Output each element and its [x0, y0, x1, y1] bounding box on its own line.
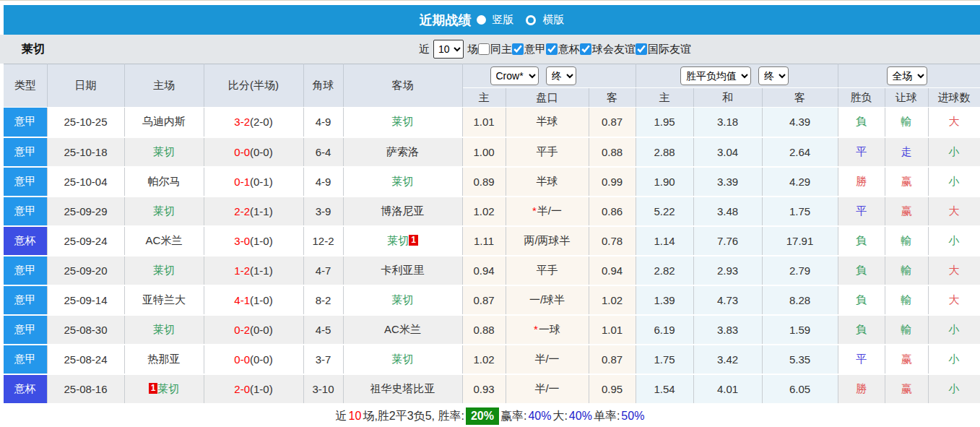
asian-handicap-line: *一球	[506, 315, 589, 345]
asian-home-odds: 0.88	[462, 315, 506, 345]
euro-home-odds: 2.82	[636, 256, 693, 285]
away-team-name: 卡利亚里	[381, 264, 425, 276]
full-time-score: 1-2	[234, 264, 250, 277]
result-scope-group-header: 全场	[838, 64, 980, 88]
away-team-cell[interactable]: 卡利亚里	[343, 256, 462, 285]
horizontal-layout-radio-icon[interactable]	[526, 15, 536, 25]
european-odds-time-select[interactable]: 终	[758, 66, 789, 85]
asian-away-odds: 1.01	[589, 315, 636, 345]
corners-cell: 12-2	[303, 226, 343, 256]
full-time-score: 0-2	[234, 324, 250, 336]
home-team-cell[interactable]: 乌迪内斯	[124, 108, 204, 137]
recent-results-widget: 近期战绩 竖版 横版 莱切 近 10 场 同主意甲意杯球会友谊国际友谊 类型 日…	[0, 0, 980, 427]
filter-checkbox-球会友谊[interactable]	[580, 43, 591, 55]
vertical-layout-radio-selected-icon[interactable]	[477, 15, 486, 25]
match-row: 意甲25-09-14亚特兰大4-1(1-0)8-2莱切0.87一/球半1.021…	[4, 285, 980, 315]
handicap-line-text: 半/一	[537, 204, 562, 217]
euro-home-odds: 1.39	[636, 285, 693, 315]
home-team-cell[interactable]: 莱切	[124, 137, 204, 167]
corners-cell: 3-10	[303, 374, 343, 404]
handicap-result: 輸	[885, 315, 928, 345]
league-type-badge: 意杯	[4, 226, 47, 256]
home-team-cell[interactable]: 帕尔马	[124, 167, 204, 197]
asian-away-odds: 0.95	[589, 374, 636, 404]
summary-segment: 10	[349, 410, 362, 423]
away-team-cell[interactable]: 莱切	[343, 285, 462, 315]
filter-checkbox-意甲[interactable]	[512, 43, 524, 55]
filter-checkbox-同主[interactable]	[478, 43, 490, 55]
away-team-name: 莱切	[387, 234, 409, 246]
handicap-result: 輸	[885, 108, 928, 137]
league-type-badge: 意杯	[4, 374, 47, 404]
home-team-cell[interactable]: 热那亚	[124, 345, 204, 374]
asian-handicap-line: 一/球半	[506, 285, 589, 315]
handicap-result: 赢	[885, 345, 928, 374]
away-team-cell[interactable]: 莱切	[343, 167, 462, 197]
away-team-cell[interactable]: 祖华史塔比亚	[343, 374, 462, 404]
full-time-score: 0-0	[234, 146, 250, 158]
home-team-cell[interactable]: AC米兰	[124, 226, 204, 256]
asian-handicap-line: 半/一	[506, 345, 589, 374]
away-team-cell[interactable]: 莱切	[343, 345, 462, 374]
home-team-name: AC米兰	[146, 234, 183, 246]
match-row: 意甲25-08-30莱切0-2(0-0)4-5AC米兰0.88*一球1.016.…	[4, 315, 980, 345]
asian-handicap-line: *半/一	[506, 197, 589, 226]
filter-checkbox-item: 球会友谊	[580, 43, 636, 56]
match-date-cell: 25-09-29	[47, 197, 124, 226]
away-team-cell[interactable]: 莱切1	[343, 226, 462, 256]
win-draw-loss-result: 平	[838, 345, 885, 374]
away-team-cell[interactable]: 莱切	[343, 108, 462, 137]
half-time-score: (0-0)	[250, 146, 273, 158]
score-cell: 2-0(1-0)	[204, 374, 303, 404]
filter-checkbox-国际友谊[interactable]	[636, 43, 647, 55]
win-draw-loss-result: 負	[838, 226, 885, 256]
asian-home-odds: 1.01	[462, 108, 506, 137]
goals-over-under-result: 大	[928, 108, 980, 137]
home-team-name: 热那亚	[148, 353, 181, 365]
win-draw-loss-result: 負	[838, 285, 885, 315]
filter-checkbox-label: 意甲	[524, 43, 546, 56]
home-team-cell[interactable]: 亚特兰大	[124, 285, 204, 315]
away-team-cell[interactable]: AC米兰	[343, 315, 462, 345]
full-time-score: 0-1	[234, 176, 250, 188]
asian-odds-time-select[interactable]: 终	[546, 66, 576, 85]
away-team-cell[interactable]: 博洛尼亚	[343, 197, 462, 226]
subheader-wdl: 胜负	[838, 88, 885, 108]
home-team-name: 莱切	[153, 264, 175, 276]
home-team-cell[interactable]: 莱切	[124, 315, 204, 345]
goals-over-under-result: 小	[928, 315, 980, 345]
home-team-cell[interactable]: 1莱切	[124, 374, 204, 404]
asian-odds-group-header: Crow* 终	[462, 64, 636, 88]
home-team-cell[interactable]: 莱切	[124, 256, 204, 285]
euro-away-odds: 6.05	[762, 374, 838, 404]
away-team-cell[interactable]: 萨索洛	[343, 137, 462, 167]
european-odds-type-select[interactable]: 胜平负均值	[680, 66, 751, 85]
home-team-cell[interactable]: 莱切	[124, 197, 204, 226]
asian-home-odds: 0.87	[462, 285, 506, 315]
asian-away-odds: 0.78	[589, 226, 636, 256]
euro-draw-odds: 3.39	[693, 167, 762, 197]
asian-home-odds: 0.89	[462, 167, 506, 197]
handicap-result: 赢	[885, 167, 928, 197]
filter-checkbox-意杯[interactable]	[546, 43, 558, 55]
handicap-line-text: 半球	[537, 115, 558, 127]
vertical-layout-label[interactable]: 竖版	[493, 13, 514, 27]
match-date-cell: 25-10-25	[47, 108, 124, 137]
score-cell: 3-0(1-0)	[204, 226, 303, 256]
home-team-name: 莱切	[157, 382, 179, 394]
score-cell: 1-2(1-1)	[204, 256, 303, 285]
match-count-select[interactable]: 10	[433, 40, 464, 59]
corners-cell: 8-2	[303, 285, 343, 315]
bookmaker-select[interactable]: Crow*	[490, 66, 539, 85]
away-team-name: 莱切	[392, 353, 414, 365]
match-date-cell: 25-09-20	[47, 256, 124, 285]
score-cell: 3-2(2-0)	[204, 108, 303, 137]
horizontal-layout-label[interactable]: 横版	[543, 13, 565, 27]
asian-home-odds: 1.02	[462, 345, 506, 374]
result-scope-select[interactable]: 全场	[887, 66, 927, 85]
euro-draw-odds: 3.42	[693, 345, 762, 374]
corners-cell: 4-7	[303, 256, 343, 285]
handicap-line-text: 一/球半	[529, 293, 565, 306]
asian-home-odds: 0.94	[462, 256, 506, 285]
col-header-corners: 角球	[303, 64, 343, 108]
